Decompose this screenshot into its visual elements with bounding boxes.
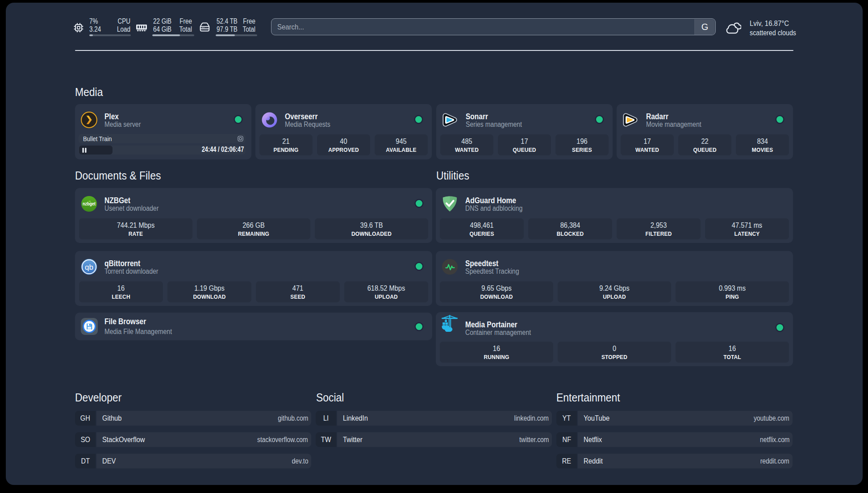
svg-text:nzbget: nzbget xyxy=(83,201,96,206)
svg-text:qb: qb xyxy=(85,263,93,272)
